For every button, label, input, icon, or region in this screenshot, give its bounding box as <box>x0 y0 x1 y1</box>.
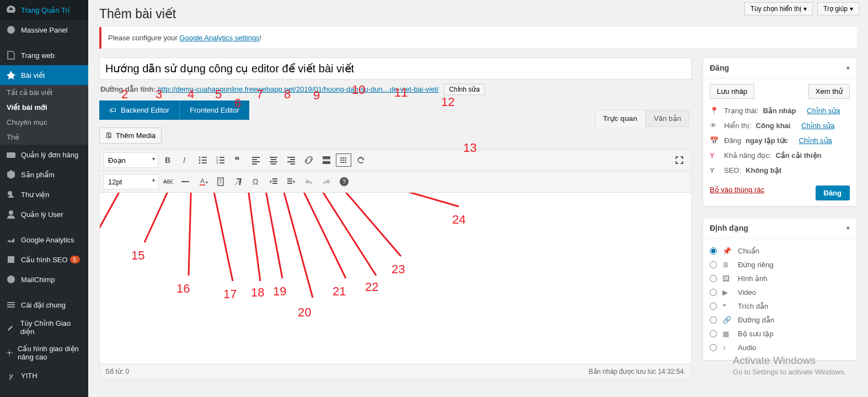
format-radio[interactable] <box>710 289 717 296</box>
format-option-hình-ảnh[interactable]: 🖼Hình ảnh <box>710 272 850 285</box>
outdent-button[interactable] <box>265 173 282 190</box>
help-button[interactable]: Trợ giúp ▾ <box>817 2 859 15</box>
format-option-đứng-riêng[interactable]: 🗎Đứng riêng <box>710 258 850 272</box>
svg-point-4 <box>7 276 15 283</box>
bold-button[interactable]: B <box>159 152 176 168</box>
publish-button[interactable]: Đăng <box>816 186 850 200</box>
align-center-button[interactable] <box>265 152 282 168</box>
sidebar-item-users[interactable]: Quản lý User <box>0 204 88 224</box>
svg-rect-55 <box>272 178 277 179</box>
svg-rect-59 <box>287 181 292 182</box>
sub-all-posts[interactable]: Tất cả bài viết <box>0 85 88 100</box>
format-radio[interactable] <box>710 303 717 310</box>
sidebar-item-media[interactable]: Thư viện <box>0 184 88 204</box>
strikethrough-button[interactable]: ABC <box>159 173 176 190</box>
svg-text:A: A <box>200 177 205 185</box>
sidebar-item-yith[interactable]: yYITH <box>0 366 88 385</box>
frontend-editor-button[interactable]: Frontend Editor <box>179 100 249 120</box>
format-select[interactable]: Đoạn <box>103 152 158 168</box>
tab-text[interactable]: Văn bản <box>646 110 689 127</box>
screen-options-button[interactable]: Tùy chọn hiển thị ▾ <box>744 2 813 15</box>
refresh-button[interactable] <box>352 152 369 168</box>
special-char-button[interactable]: Ω <box>248 173 264 190</box>
post-title-input[interactable] <box>99 57 692 80</box>
number-list-button[interactable]: 123 <box>212 152 229 168</box>
sidebar-item-seo[interactable]: Cấu hình SEO5 <box>0 250 88 269</box>
fullscreen-button[interactable] <box>671 152 688 168</box>
italic-button[interactable]: I <box>177 152 194 168</box>
format-radio[interactable] <box>710 344 717 351</box>
redo-button[interactable] <box>318 173 335 190</box>
clear-format-button[interactable] <box>230 173 247 190</box>
format-radio[interactable] <box>710 330 717 337</box>
chevron-down-icon: ▾ <box>803 5 807 13</box>
align-left-button[interactable] <box>248 152 264 168</box>
tab-visual[interactable]: Trực quan <box>595 110 646 127</box>
sidebar-item-customize[interactable]: Tùy Chỉnh Giao diện <box>0 315 88 340</box>
format-option-đường-dẫn[interactable]: 🔗Đường dẫn <box>710 313 850 327</box>
paste-text-button[interactable]: T <box>212 173 229 190</box>
save-draft-button[interactable]: Lưu nháp <box>710 84 754 99</box>
format-option-audio[interactable]: ♪Audio <box>710 341 850 354</box>
sidebar-item-massive[interactable]: Massive Panel <box>0 20 88 40</box>
sidebar-item-orders[interactable]: Quản lý đơn hàng <box>0 145 88 165</box>
permalink-url[interactable]: http://demo-cuahangonline.freewebapp.net… <box>158 85 439 93</box>
label: Backend Editor <box>121 106 169 114</box>
help-shortcut-button[interactable]: ? <box>336 173 352 190</box>
add-media-button[interactable]: 🖻Thêm Media <box>99 128 162 144</box>
status-value: Bản nháp <box>763 107 796 115</box>
format-option-trích-dẫn[interactable]: ❝Trích dẫn <box>710 299 850 313</box>
kitchen-sink-button[interactable] <box>336 153 351 167</box>
format-option-chuẩn[interactable]: 📌Chuẩn <box>710 244 850 258</box>
format-radio[interactable] <box>710 316 717 324</box>
edit-slug-button[interactable]: Chỉnh sửa <box>444 84 485 95</box>
indent-button[interactable] <box>283 173 299 190</box>
format-option-video[interactable]: ▶Video <box>710 285 850 299</box>
svg-rect-44 <box>345 162 346 163</box>
hr-button[interactable] <box>177 173 194 190</box>
analytics-settings-link[interactable]: Google Analytics settings <box>179 34 259 42</box>
svg-rect-29 <box>287 157 295 158</box>
edit-status-link[interactable]: Chỉnh sửa <box>807 107 840 115</box>
align-right-button[interactable] <box>283 152 299 168</box>
format-box-title[interactable]: Định dạng <box>703 218 856 239</box>
format-radio[interactable] <box>710 247 717 255</box>
format-option-bộ-sưu-tập[interactable]: ▦Bộ sưu tập <box>710 327 850 341</box>
format-radio[interactable] <box>710 261 717 268</box>
sub-categories[interactable]: Chuyên mục <box>0 115 88 130</box>
sidebar-item-settings[interactable]: Cài đặt chung <box>0 295 88 315</box>
readmore-button[interactable] <box>318 152 335 168</box>
trash-link[interactable]: Bỏ vào thùng rác <box>710 186 764 200</box>
backend-editor-button[interactable]: 🏷Backend Editor <box>99 100 179 120</box>
svg-line-84 <box>313 193 376 276</box>
sidebar-item-dashboard[interactable]: Trang Quản Trị <box>0 0 88 20</box>
undo-button[interactable] <box>301 173 317 190</box>
bullet-list-button[interactable] <box>195 152 211 168</box>
sidebar-item-mailchimp[interactable]: MailChimp <box>0 269 88 289</box>
sidebar-item-pages[interactable]: Trang web <box>0 45 88 65</box>
svg-rect-57 <box>272 183 277 184</box>
sidebar-item-posts[interactable]: Bài viết <box>0 65 88 85</box>
sub-tags[interactable]: Thẻ <box>0 130 88 145</box>
svg-line-79 <box>211 193 233 281</box>
publish-box-title[interactable]: Đăng <box>703 58 856 78</box>
sidebar-item-analytics[interactable]: Google Analytics <box>0 230 88 250</box>
format-radio[interactable] <box>710 275 717 282</box>
svg-text:❝: ❝ <box>234 155 240 166</box>
quote-button[interactable]: ❝ <box>230 152 247 168</box>
link-button[interactable] <box>301 152 317 168</box>
fontsize-select[interactable]: 12pt <box>103 174 158 189</box>
svg-rect-25 <box>270 157 277 158</box>
format-icon: 🖼 <box>722 274 732 283</box>
format-label: Video <box>738 288 756 297</box>
preview-button[interactable]: Xem thử <box>808 84 850 99</box>
edit-visibility-link[interactable]: Chỉnh sửa <box>801 121 834 130</box>
svg-point-5 <box>8 352 10 354</box>
sidebar-item-theme[interactable]: Cấu hình giao diện nâng cao <box>0 340 88 366</box>
sidebar-item-products[interactable]: Sản phẩm <box>0 165 88 184</box>
sub-new-post[interactable]: Viết bài mới <box>0 100 88 115</box>
edit-schedule-link[interactable]: Chỉnh sửa <box>799 136 832 145</box>
text-color-button[interactable]: A▾ <box>195 173 211 190</box>
media-icon <box>6 189 17 200</box>
editor-body[interactable] <box>100 193 691 364</box>
